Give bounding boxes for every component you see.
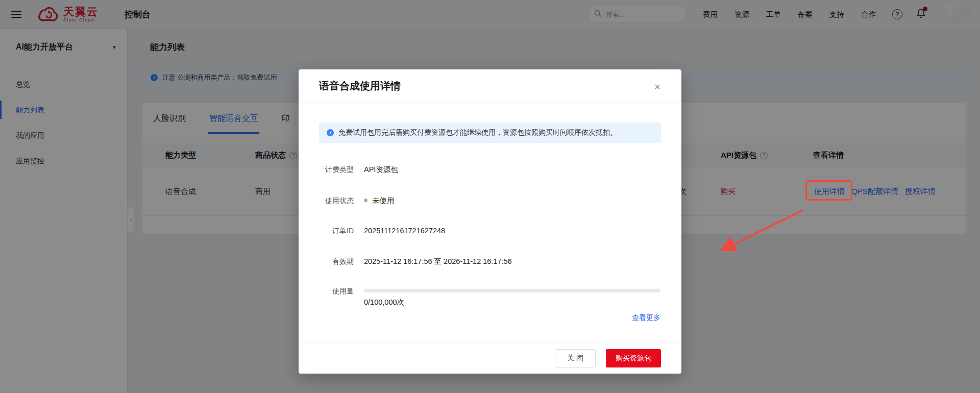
field-label: 使用量 — [319, 286, 354, 296]
field-usage-amount: 使用量 0/100,000次 — [319, 286, 660, 307]
modal-footer: 关 闭 购买资源包 — [299, 342, 681, 374]
app-page: 天翼云 State Cloud 控制台 费用 资源 工单 备案 支持 合作 ? — [0, 0, 980, 393]
annotation-arrow — [709, 203, 812, 257]
status-dot — [364, 199, 368, 202]
field-label: 有效期 — [319, 256, 354, 266]
buy-package-button[interactable]: 购买资源包 — [606, 349, 661, 367]
field-label: 订单ID — [319, 226, 354, 236]
usage-progress-bar — [364, 289, 660, 292]
field-order-id: 订单ID 20251112161721627248 — [319, 226, 445, 236]
usage-count: 0/100,000次 — [364, 297, 660, 307]
field-validity: 有效期 2025-11-12 16:17:56 至 2026-11-12 16:… — [319, 256, 512, 266]
field-label: 使用状态 — [319, 195, 354, 206]
modal-notice-text: 免费试用包用完后需购买付费资源包才能继续使用，资源包按照购买时间顺序依次抵扣。 — [338, 128, 617, 137]
annotation-highlight-box — [805, 180, 852, 201]
close-icon[interactable]: ✕ — [652, 82, 663, 93]
usage-details-modal: 语音合成使用详情 ✕ i 免费试用包用完后需购买付费资源包才能继续使用，资源包按… — [299, 69, 681, 374]
field-billing-type: 计费类型 API资源包 — [319, 164, 398, 175]
usage-value-block: 0/100,000次 — [364, 286, 660, 307]
field-usage-status: 使用状态 未使用 — [319, 195, 395, 206]
close-button[interactable]: 关 闭 — [555, 349, 596, 367]
field-value: API资源包 — [364, 164, 398, 175]
info-icon: i — [327, 129, 334, 136]
view-more-link[interactable]: 查看更多 — [632, 313, 660, 323]
field-value: 未使用 — [364, 195, 395, 206]
status-text: 未使用 — [372, 196, 395, 205]
field-label: 计费类型 — [319, 164, 354, 175]
modal-title: 语音合成使用详情 — [319, 79, 401, 93]
modal-notice-banner: i 免费试用包用完后需购买付费资源包才能继续使用，资源包按照购买时间顺序依次抵扣… — [319, 122, 661, 143]
field-value: 2025-11-12 16:17:56 至 2026-11-12 16:17:5… — [364, 256, 512, 266]
modal-header: 语音合成使用详情 — [299, 69, 681, 103]
field-value: 20251112161721627248 — [364, 226, 445, 236]
